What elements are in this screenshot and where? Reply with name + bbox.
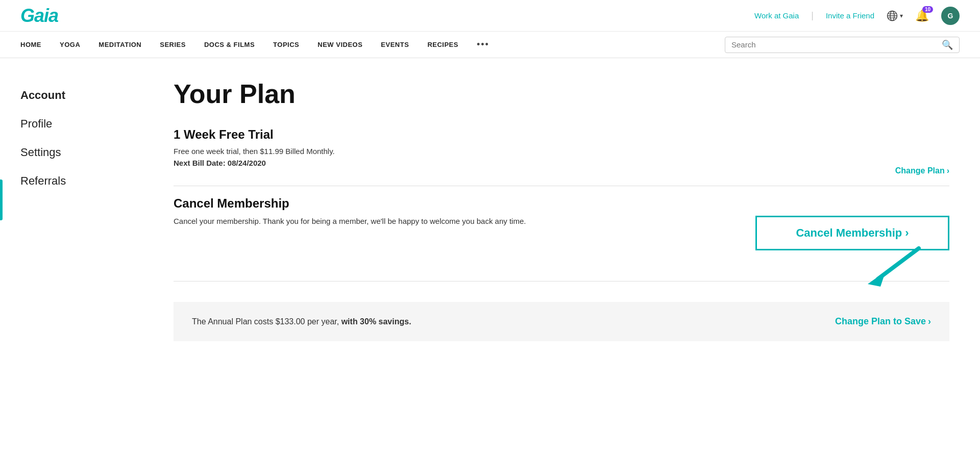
nav-docs-films[interactable]: DOCS & FILMS [204, 41, 255, 48]
nav-home[interactable]: HOME [20, 41, 41, 48]
divider-2 [174, 281, 949, 281]
annual-text-prefix: The Annual Plan costs $133.00 per year, [192, 317, 339, 326]
svg-marker-5 [868, 271, 886, 287]
nav-series[interactable]: SERIES [160, 41, 186, 48]
change-plan-save-arrow: › [928, 316, 931, 327]
plan-description: Free one week trial, then $11.99 Billed … [174, 147, 335, 156]
cancel-row: Cancel your membership. Thank you for be… [174, 216, 949, 250]
nav-topics[interactable]: TOPICS [273, 41, 299, 48]
plan-section: 1 Week Free Trial Free one week trial, t… [174, 127, 949, 175]
invite-friend-link[interactable]: Invite a Friend [826, 11, 874, 20]
cancel-btn-wrapper: Cancel Membership › [755, 216, 949, 250]
page-title: Your Plan [174, 79, 949, 109]
change-plan-arrow: › [947, 166, 949, 175]
active-indicator [0, 180, 3, 220]
cancel-btn-label: Cancel Membership [796, 226, 902, 240]
work-at-gaia-link[interactable]: Work at Gaia [754, 11, 799, 20]
cancel-btn-arrow: › [905, 226, 909, 240]
nav-recipes[interactable]: RECIPES [427, 41, 458, 48]
search-container: 🔍 [725, 37, 960, 53]
arrow-annotation [847, 243, 929, 291]
change-plan-save-label: Change Plan to Save [835, 316, 926, 327]
nav-bar: HOME YOGA MEDITATION SERIES DOCS & FILMS… [0, 32, 980, 58]
cancel-section: Cancel Membership Cancel your membership… [174, 196, 949, 250]
sidebar-item-settings[interactable]: Settings [20, 146, 122, 159]
sidebar-item-referrals[interactable]: Referrals [20, 174, 122, 188]
sidebar-item-account[interactable]: Account [20, 89, 122, 102]
plan-next-bill: Next Bill Date: 08/24/2020 [174, 159, 335, 167]
nav-events[interactable]: EVENTS [381, 41, 409, 48]
top-link-separator: | [811, 10, 814, 21]
annual-banner: The Annual Plan costs $133.00 per year, … [174, 302, 949, 341]
annual-text-bold: with 30% savings. [341, 317, 411, 326]
notification-badge: 10 [922, 6, 933, 13]
logo[interactable]: Gaia [20, 5, 58, 27]
user-avatar[interactable]: G [941, 7, 960, 25]
nav-meditation[interactable]: MEDITATION [99, 41, 141, 48]
sidebar: Account Profile Settings Referrals [0, 58, 143, 461]
nav-yoga[interactable]: YOGA [60, 41, 80, 48]
change-plan-link[interactable]: Change Plan › [895, 166, 949, 175]
sidebar-item-profile[interactable]: Profile [20, 117, 122, 131]
top-bar: Gaia Work at Gaia | Invite a Friend ▾ 🔔 … [0, 0, 980, 32]
cancel-description: Cancel your membership. Thank you for be… [174, 216, 526, 227]
change-plan-save-link[interactable]: Change Plan to Save › [835, 316, 931, 327]
content-area: Your Plan 1 Week Free Trial Free one wee… [143, 58, 980, 461]
nav-new-videos[interactable]: NEW VIDEOS [317, 41, 362, 48]
change-plan-label: Change Plan [895, 166, 945, 175]
globe-dropdown-arrow: ▾ [900, 12, 903, 19]
plan-info: 1 Week Free Trial Free one week trial, t… [174, 127, 335, 175]
cancel-title: Cancel Membership [174, 196, 949, 211]
search-icon[interactable]: 🔍 [942, 39, 953, 50]
annual-text: The Annual Plan costs $133.00 per year, … [192, 317, 411, 326]
top-bar-right: Work at Gaia | Invite a Friend ▾ 🔔 10 G [754, 7, 960, 25]
divider-1 [174, 186, 949, 186]
plan-header-row: 1 Week Free Trial Free one week trial, t… [174, 127, 949, 175]
main-layout: Account Profile Settings Referrals Your … [0, 58, 980, 461]
plan-title: 1 Week Free Trial [174, 127, 335, 142]
arrow-svg [847, 243, 929, 289]
nav-more[interactable]: ••• [477, 39, 489, 50]
search-input[interactable] [731, 40, 937, 49]
nav-items: HOME YOGA MEDITATION SERIES DOCS & FILMS… [20, 39, 489, 50]
globe-icon [887, 10, 898, 21]
notifications-button[interactable]: 🔔 10 [915, 9, 929, 22]
language-selector[interactable]: ▾ [887, 10, 903, 21]
